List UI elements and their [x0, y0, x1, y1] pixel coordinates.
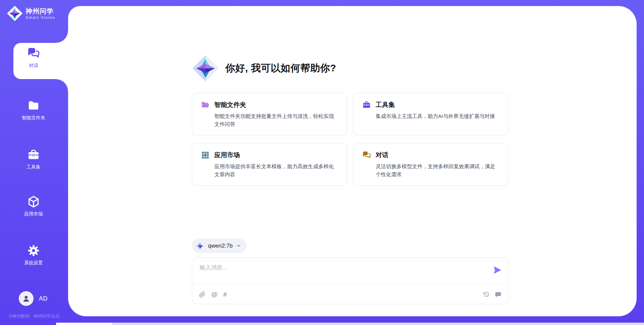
toolbox-icon [27, 148, 40, 161]
card-chat[interactable]: 对话 灵活切换多模型文件，支持多样回复效果调试，满足个性化需求 [353, 143, 508, 186]
greeting: 你好, 我可以如何帮助你? [192, 55, 336, 82]
card-desc: 灵活切换多模型文件，支持多样回复效果调试，满足个性化需求 [376, 162, 499, 179]
brand-gem-icon [7, 5, 23, 21]
horizontal-scrollbar-track [56, 323, 644, 325]
model-gem-icon [196, 242, 205, 250]
feature-cards: 智能文件夹 智能文件夹功能支持批量文件上传与清洗，轻松实现文件问答 工具集 [192, 93, 508, 186]
gear-icon [27, 244, 40, 257]
sidebar-item-app-market[interactable]: 应用市场 [0, 195, 67, 217]
card-desc: 应用市场提供丰富长文本模板，助力高效生成多样化文章内容 [214, 162, 338, 179]
model-selector[interactable]: qwen2:7b [192, 239, 247, 253]
composer-toolbar: @ # [192, 285, 508, 304]
sidebar-item-smart-folder[interactable]: 智能文件夹 [0, 99, 67, 121]
user-profile[interactable]: AD [19, 291, 48, 306]
attachment-button[interactable] [199, 291, 206, 298]
cube-icon [27, 195, 40, 208]
sidebar-item-label: 对话 [29, 63, 38, 69]
sidebar-item-settings[interactable]: 系统设置 [0, 244, 67, 266]
card-toolset[interactable]: 工具集 集成市场上主流工具，助力AI与外界无缝扩展与对接 [353, 93, 508, 135]
history-button[interactable] [483, 291, 490, 298]
paperclip-icon [199, 291, 206, 298]
send-icon[interactable] [493, 266, 501, 274]
history-icon [483, 291, 490, 298]
greeting-gem-icon [192, 55, 219, 82]
tab-fillet-top [56, 31, 68, 43]
greeting-text: 你好, 我可以如何帮助你? [225, 62, 336, 75]
folder-open-icon [201, 101, 210, 109]
chat-square-icon [495, 291, 501, 298]
sidebar-footer: ©神州数码 · 神州问学出品 [0, 313, 69, 319]
grid-icon [201, 151, 210, 159]
sidebar-item-toolset[interactable]: 工具集 [0, 148, 67, 170]
brand-title: 神州问学 [25, 7, 55, 15]
main-content: 你好, 我可以如何帮助你? 智能文件夹 智能文件夹功能支持批量文件上传与清洗，轻… [192, 6, 508, 316]
model-name: qwen2:7b [208, 243, 233, 249]
message-composer: @ # [192, 257, 508, 304]
card-title: 对话 [376, 151, 388, 159]
card-title: 应用市场 [214, 151, 240, 159]
hashtag-button[interactable]: # [223, 291, 227, 298]
card-title: 智能文件夹 [214, 101, 246, 109]
horizontal-scrollbar-thumb[interactable] [56, 323, 112, 325]
card-app-market[interactable]: 应用市场 应用市场提供丰富长文本模板，助力高效生成多样化文章内容 [192, 143, 347, 186]
sidebar-item-label: 工具集 [26, 164, 41, 170]
sidebar-item-label: 系统设置 [24, 260, 43, 266]
chevron-down-icon [236, 243, 241, 248]
folder-icon [27, 99, 40, 112]
chat-bubbles-icon [27, 47, 40, 60]
chat-toggle-button[interactable] [495, 291, 501, 298]
toolbox-icon [362, 101, 371, 109]
card-desc: 智能文件夹功能支持批量文件上传与清洗，轻松实现文件问答 [214, 112, 338, 128]
card-desc: 集成市场上主流工具，助力AI与外界无缝扩展与对接 [376, 112, 499, 120]
brand: 神州问学 Smart Vision [7, 5, 55, 21]
tab-fillet-bottom [56, 79, 68, 91]
card-smart-folder[interactable]: 智能文件夹 智能文件夹功能支持批量文件上传与清洗，轻松实现文件问答 [192, 93, 347, 135]
chat-bubbles-icon [362, 151, 371, 159]
card-title: 工具集 [376, 101, 395, 109]
main-panel: 你好, 我可以如何帮助你? 智能文件夹 智能文件夹功能支持批量文件上传与清洗，轻… [68, 6, 637, 316]
sidebar-item-chat[interactable]: 对话 [0, 47, 67, 69]
person-icon [22, 294, 31, 303]
sidebar-item-label: 应用市场 [24, 211, 43, 217]
user-name: AD [39, 295, 48, 302]
mention-button[interactable]: @ [211, 291, 218, 298]
avatar [19, 291, 34, 306]
message-input[interactable] [199, 263, 482, 284]
brand-subtitle: Smart Vision [25, 15, 55, 19]
sidebar-item-label: 智能文件夹 [22, 115, 45, 121]
app-window: 神州问学 Smart Vision 对话 智能文件夹 工具集 [0, 0, 644, 325]
